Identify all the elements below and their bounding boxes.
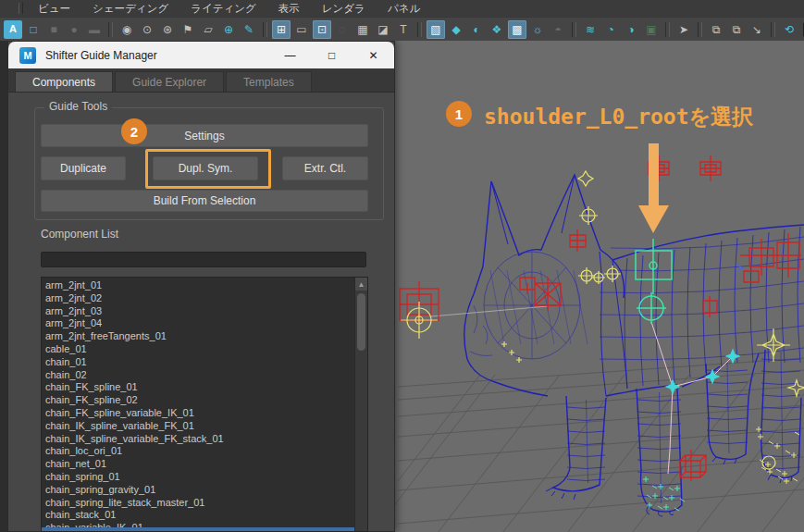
bookmark-icon[interactable]: ⚑ [179, 20, 197, 39]
grease-pencil-icon[interactable]: ✎ [240, 20, 258, 39]
camera-lock-icon[interactable]: ⊙ [138, 20, 156, 39]
list-item[interactable]: chain_01 [42, 356, 354, 369]
sphere-shadow-icon[interactable]: ◔ [601, 20, 620, 39]
list-item[interactable]: chain_loc_ori_01 [42, 445, 354, 458]
list-item[interactable]: arm_2jnt_freeTangents_01 [42, 330, 354, 343]
list-item[interactable]: arm_2jnt_02 [42, 292, 354, 305]
shaded-cube-icon[interactable]: ◆ [447, 20, 465, 39]
safe-action-icon[interactable]: ◪ [374, 20, 392, 39]
fk-line [651, 322, 733, 474]
list-item[interactable]: arm_2jnt_03 [42, 305, 354, 318]
maximize-button[interactable]: □ [311, 42, 353, 68]
menu-item[interactable]: ビュー [38, 2, 70, 16]
tab[interactable]: Components [15, 71, 113, 92]
scrollbar-thumb[interactable] [357, 293, 365, 351]
list-item[interactable]: chain_FK_spline_01 [42, 381, 354, 394]
menu-item[interactable]: ライティング [191, 2, 256, 16]
list-item[interactable]: chain_IK_spline_variable_FK_stack_01 [42, 433, 354, 446]
menu-item[interactable]: パネル [388, 2, 420, 16]
guide-tools-label: Guide Tools [44, 100, 112, 113]
list-item[interactable]: chain_spring_01 [42, 471, 354, 484]
duplicate-button[interactable]: Duplicate [41, 156, 126, 180]
shifter-guide-manager-window: M Shifter Guide Manager — □ ✕ Components… [7, 41, 395, 532]
partial-selected-row[interactable] [42, 527, 354, 531]
list-item[interactable]: arm_2jnt_04 [42, 317, 354, 330]
exposure-icon[interactable]: ⟲ [780, 20, 798, 39]
list-scrollbar[interactable]: ▲ [354, 278, 367, 531]
toolbar-separator [108, 22, 113, 37]
safe-title-icon[interactable]: T [394, 20, 413, 39]
list-item[interactable]: chain_stack_01 [42, 509, 354, 522]
field-chart-icon[interactable]: ▦ [353, 20, 372, 39]
list-item[interactable]: chain_net_01 [42, 458, 354, 471]
component-search-input[interactable] [41, 252, 366, 267]
menu-item[interactable]: 表示 [278, 2, 300, 16]
camera-icon[interactable]: ◉ [118, 20, 136, 39]
build-from-selection-button[interactable]: Build From Selection [41, 190, 368, 212]
toolbar-separator [698, 22, 702, 37]
gate-mask-icon[interactable]: ◌ [333, 20, 352, 39]
paste-layer-icon[interactable]: ⧉ [727, 20, 746, 39]
transparency-checker-icon[interactable]: ▩ [508, 20, 526, 39]
clapperboard-icon[interactable]: ▬ [85, 20, 104, 39]
film-gate-icon[interactable]: ▭ [292, 20, 311, 39]
menubar-grip[interactable] [19, 3, 23, 14]
cat-mesh [490, 227, 804, 503]
window-left-rail [0, 41, 7, 532]
menu-item[interactable]: シェーディング [93, 2, 168, 16]
grid-icon[interactable]: ⊞ [272, 20, 291, 39]
cat-wireframe [464, 175, 804, 516]
textured-cube-icon[interactable]: ❖ [488, 20, 506, 39]
copy-layer-icon[interactable]: ⧉ [707, 20, 725, 39]
list-item[interactable]: chain_IK_spline_variable_FK_01 [42, 420, 354, 433]
maya-logo-icon: M [19, 47, 36, 64]
toolbar-separator [572, 22, 576, 37]
toolbar-separator [417, 22, 422, 37]
list-item[interactable]: chain_spring_lite_stack_master_01 [42, 497, 354, 510]
close-button[interactable]: ✕ [353, 42, 394, 68]
dupl-sym-highlight-rect [145, 149, 271, 189]
tab[interactable]: Guide Explorer [115, 71, 224, 92]
square-icon[interactable]: ■ [44, 20, 63, 39]
menu-item[interactable]: レンダラ [322, 2, 365, 16]
extr-ctl-button[interactable]: Extr. Ctl. [282, 156, 368, 180]
aa-sample-icon[interactable]: ▣ [642, 20, 661, 39]
minimize-button[interactable]: — [269, 42, 311, 68]
wireframe-cube-icon[interactable]: ▧ [427, 20, 445, 39]
toolbar-separator [771, 22, 775, 37]
circle-icon[interactable]: ● [65, 20, 83, 39]
window-tabbar: ComponentsGuide ExplorerTemplates [8, 68, 394, 93]
list-item[interactable]: chain_FK_spline_variable_IK_01 [42, 407, 354, 420]
panel-toolbar: A□■●▬◉⊙⊛⚑▱⊕✎⊞▭⊡◌▦◪T▧◆◐❖▩☼◓≋◔◑▣➤⧉⧉↘⟲0.00◑… [0, 17, 804, 41]
shadows-icon[interactable]: ◓ [549, 20, 567, 39]
list-item[interactable]: arm_2jnt_01 [42, 279, 354, 292]
list-item[interactable]: cable_01 [42, 343, 354, 356]
scroll-up-arrow-icon[interactable]: ▲ [355, 278, 367, 291]
occlusion-icon[interactable]: ◑ [622, 20, 640, 39]
yellow-guides [401, 171, 804, 469]
resolution-gate-icon[interactable]: ⊡ [313, 20, 331, 39]
window-titlebar[interactable]: M Shifter Guide Manager — □ ✕ [8, 42, 394, 68]
corner-resize-icon[interactable]: ↘ [748, 20, 766, 39]
teal-paw-scatter [643, 476, 685, 511]
list-item[interactable]: chain_02 [42, 369, 354, 382]
camera-attributes-icon[interactable]: ⊛ [158, 20, 177, 39]
maya-viewport-panel: ビューシェーディングライティング表示レンダラパネル A□■●▬◉⊙⊛⚑▱⊕✎⊞▭… [0, 0, 804, 532]
textured-sphere-icon[interactable]: ◐ [467, 20, 486, 39]
isolate-select-icon[interactable]: ➤ [674, 20, 693, 39]
pan-zoom-icon[interactable]: ⊕ [219, 20, 238, 39]
annotation-arrow [638, 143, 669, 233]
component-list[interactable]: arm_2jnt_01arm_2jnt_02arm_2jnt_03arm_2jn… [41, 277, 368, 532]
list-item[interactable]: chain_FK_spline_02 [42, 394, 354, 407]
lights-icon[interactable]: ☼ [528, 20, 547, 39]
toolbar-separator [665, 22, 670, 37]
list-item[interactable]: chain_spring_gravity_01 [42, 484, 354, 497]
settings-button[interactable]: Settings [41, 124, 368, 147]
blue-tick [736, 265, 743, 271]
marquee-select-icon[interactable]: □ [24, 20, 43, 39]
image-plane-icon[interactable]: ▱ [199, 20, 217, 39]
tab[interactable]: Templates [226, 71, 312, 92]
letter-a-icon[interactable]: A [4, 20, 22, 39]
step2-badge: 2 [121, 118, 147, 144]
caustics-icon[interactable]: ≋ [581, 20, 600, 39]
